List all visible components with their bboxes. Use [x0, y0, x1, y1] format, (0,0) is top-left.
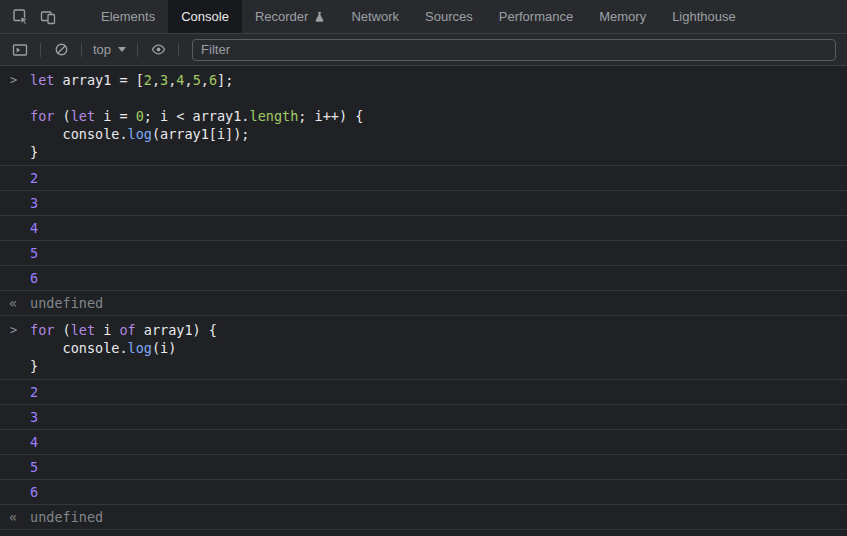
clear-console-icon [54, 42, 69, 57]
console-logged-value: 4 [0, 430, 847, 455]
chevron-down-icon [118, 47, 126, 52]
toolbar-divider [178, 43, 179, 57]
result-value: 3 [30, 409, 38, 425]
device-toolbar-button[interactable] [34, 0, 62, 33]
console-logged-value: 5 [0, 241, 847, 266]
devtools-window: ElementsConsoleRecorderNetworkSourcesPer… [0, 0, 847, 536]
code-line: } [30, 357, 839, 375]
tab-label: Performance [499, 9, 573, 24]
tab-console[interactable]: Console [168, 0, 242, 33]
console-sidebar-toggle-button[interactable] [5, 42, 35, 58]
javascript-context-selector[interactable]: top [87, 42, 132, 57]
code-token: (array1[i]); [152, 126, 250, 142]
code-token: 5 [193, 72, 201, 88]
console-logged-value: 6 [0, 480, 847, 505]
filter-input[interactable] [192, 39, 836, 61]
tab-elements[interactable]: Elements [88, 0, 168, 33]
device-toolbar-icon [40, 9, 56, 25]
inspect-cursor-icon [12, 8, 29, 25]
result-value: 4 [30, 220, 38, 236]
code-token: 4 [176, 72, 184, 88]
input-chevron-icon: > [10, 71, 17, 89]
code-token: of [119, 322, 135, 338]
inspect-element-button[interactable] [6, 0, 34, 33]
toolbar-divider [137, 43, 138, 57]
tab-network[interactable]: Network [338, 0, 412, 33]
result-value: 6 [30, 484, 38, 500]
code-token: ( [54, 322, 70, 338]
live-expression-button[interactable] [143, 41, 173, 58]
result-value: 2 [30, 170, 38, 186]
result-value: 6 [30, 270, 38, 286]
console-return-value: «undefined [0, 505, 847, 530]
tab-sources[interactable]: Sources [412, 0, 486, 33]
devtools-tab-bar: ElementsConsoleRecorderNetworkSourcesPer… [0, 0, 847, 34]
toolbar-divider [40, 43, 41, 57]
code-token: 6 [209, 72, 217, 88]
console-toolbar: top [0, 34, 847, 66]
code-token: } [30, 358, 38, 374]
tab-label: Network [351, 9, 399, 24]
console-input-echo: >for (let i of array1) { console.log(i)} [0, 316, 847, 380]
code-token: , [185, 72, 193, 88]
code-token: log [128, 126, 152, 142]
console-logged-value: 3 [0, 191, 847, 216]
code-token: , [152, 72, 160, 88]
code-token: log [128, 340, 152, 356]
eye-icon [150, 41, 167, 58]
console-logged-value: 3 [0, 405, 847, 430]
result-value: 3 [30, 195, 38, 211]
code-token: array1) { [136, 322, 217, 338]
tab-label: Console [181, 9, 229, 24]
code-token: ; i < array1. [144, 108, 250, 124]
code-token: 3 [160, 72, 168, 88]
code-token: let [71, 108, 95, 124]
result-value: 5 [30, 459, 38, 475]
console-sidebar-icon [12, 42, 28, 58]
code-token: i [95, 322, 119, 338]
tab-recorder[interactable]: Recorder [242, 0, 338, 33]
code-token: let [71, 322, 95, 338]
return-arrow-icon: « [9, 295, 17, 311]
code-token: console. [30, 126, 128, 142]
return-value-text: undefined [30, 295, 103, 311]
code-token: } [30, 144, 38, 160]
code-token: console. [30, 340, 128, 356]
tab-performance[interactable]: Performance [486, 0, 586, 33]
code-token: for [30, 322, 54, 338]
tab-label: Memory [599, 9, 646, 24]
tab-memory[interactable]: Memory [586, 0, 659, 33]
console-logged-value: 2 [0, 380, 847, 405]
code-line: let array1 = [2,3,4,5,6]; [30, 71, 839, 89]
console-messages[interactable]: >let array1 = [2,3,4,5,6]; for (let i = … [0, 66, 847, 536]
tab-lighthouse[interactable]: Lighthouse [659, 0, 749, 33]
code-line: } [30, 143, 839, 161]
code-token: ]; [217, 72, 233, 88]
return-value-text: undefined [30, 509, 103, 525]
code-line [30, 89, 839, 107]
console-logged-value: 6 [0, 266, 847, 291]
result-value: 4 [30, 434, 38, 450]
code-token: length [250, 108, 299, 124]
toolbar-divider [81, 43, 82, 57]
tab-label: Lighthouse [672, 9, 736, 24]
code-line: console.log(array1[i]); [30, 125, 839, 143]
tab-label: Recorder [255, 9, 308, 24]
console-logged-value: 4 [0, 216, 847, 241]
code-token: array1 = [ [54, 72, 143, 88]
input-chevron-icon: > [10, 321, 17, 339]
console-logged-value: 5 [0, 455, 847, 480]
code-token: for [30, 108, 54, 124]
result-value: 2 [30, 384, 38, 400]
console-input-echo: >let array1 = [2,3,4,5,6]; for (let i = … [0, 66, 847, 166]
tab-strip: ElementsConsoleRecorderNetworkSourcesPer… [88, 0, 749, 33]
return-arrow-icon: « [9, 509, 17, 525]
clear-console-button[interactable] [46, 42, 76, 57]
context-label: top [93, 42, 111, 57]
code-line: for (let i of array1) { [30, 321, 839, 339]
code-token: 2 [144, 72, 152, 88]
console-return-value: «undefined [0, 291, 847, 316]
code-token: 0 [136, 108, 144, 124]
code-token: let [30, 72, 54, 88]
code-token: ; i++) { [298, 108, 363, 124]
